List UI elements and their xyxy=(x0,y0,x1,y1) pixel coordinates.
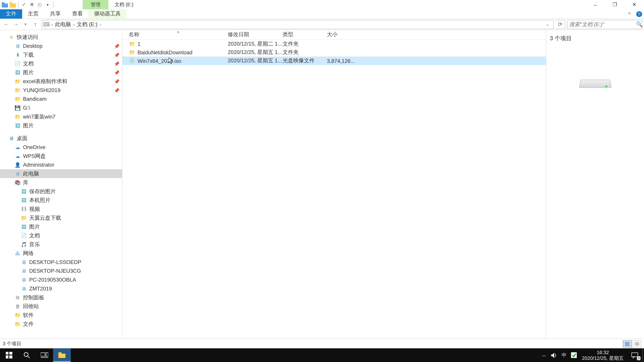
tab-share[interactable]: 共享 xyxy=(44,9,66,18)
tree-item[interactable]: 🖥此电脑 xyxy=(0,169,122,178)
tree-item[interactable]: 🖥PC-20190530OBLA xyxy=(0,275,122,284)
tree-item[interactable]: 🖥DESKTOP-NJEU3CG xyxy=(0,267,122,275)
nav-tree[interactable]: ★快速访问🖥Desktop📌⬇下载📌📄文档📌🖼图片📌📁excel表格制作求和📌📁… xyxy=(0,30,122,339)
tree-item[interactable]: 📁YUNQISHI2019📌 xyxy=(0,86,122,95)
tree-item[interactable]: ⚙控制面板 xyxy=(0,293,122,302)
tab-file[interactable]: 文件 xyxy=(0,9,22,18)
svg-line-21 xyxy=(28,356,30,358)
ribbon-expand-icon[interactable]: ^ xyxy=(624,9,634,18)
clock-time: 16:32 xyxy=(582,350,624,355)
tree-item[interactable]: 📁excel表格制作求和📌 xyxy=(0,77,122,86)
file-row[interactable]: 📁BaiduNetdiskDownload2020/12/25, 星期五 1..… xyxy=(122,48,546,56)
tree-item-label: 音乐 xyxy=(29,241,40,248)
column-type[interactable]: 类型 xyxy=(282,31,327,38)
tree-item[interactable]: 📄文档 xyxy=(0,231,122,240)
tree-item[interactable]: 📚库 xyxy=(0,178,122,187)
tree-item[interactable]: 📁Bandicam xyxy=(0,94,122,103)
tree-item[interactable]: ★快速访问 xyxy=(0,33,122,41)
tray-overflow-icon[interactable]: ︿ xyxy=(542,352,546,359)
up-button[interactable]: ↑ xyxy=(31,20,40,29)
minimize-button[interactable]: – xyxy=(586,0,605,9)
column-date[interactable]: 修改日期 xyxy=(228,31,282,38)
tree-item-label: Administrator xyxy=(23,162,54,168)
search-input[interactable] xyxy=(569,21,636,27)
recent-dropdown-icon[interactable]: ▾ xyxy=(21,20,30,29)
qat-props-icon[interactable]: ◴ xyxy=(36,1,44,8)
address-dropdown-icon[interactable]: ⌄ xyxy=(543,22,552,26)
breadcrumb-drive[interactable]: 文档 (E:) xyxy=(76,21,98,28)
show-desktop-button[interactable] xyxy=(642,348,644,362)
svg-rect-1 xyxy=(2,2,4,4)
tab-view[interactable]: 查看 xyxy=(66,9,88,18)
taskbar-search-button[interactable] xyxy=(18,348,35,362)
tree-item[interactable]: 📁天翼云盘下载 xyxy=(0,214,122,222)
tree-item[interactable]: ☁OneDrive xyxy=(0,143,122,152)
pin-icon: 📌 xyxy=(114,61,120,66)
tree-item[interactable]: 🖥Desktop📌 xyxy=(0,41,122,50)
tree-item[interactable]: ⬇下载📌 xyxy=(0,50,122,59)
maximize-button[interactable]: ❐ xyxy=(605,0,624,9)
tree-item[interactable]: 🗑回收站 xyxy=(0,302,122,311)
tree-item[interactable]: 📄文档📌 xyxy=(0,59,122,68)
tab-drive-tools[interactable]: 驱动器工具 xyxy=(88,9,126,18)
tree-item[interactable]: 📁win7重装win7 xyxy=(0,112,122,121)
tree-item-label: WPS网盘 xyxy=(23,152,46,160)
tree-item[interactable]: 🎵音乐 xyxy=(0,240,122,249)
qat-x-icon[interactable]: ✕ xyxy=(28,1,36,8)
column-size[interactable]: 大小 xyxy=(327,31,353,38)
search-icon[interactable]: 🔍 xyxy=(636,21,643,27)
taskbar-clock[interactable]: 16:32 2020/12/25, 星期五 xyxy=(578,350,627,361)
tree-item[interactable]: ☁WPS网盘 xyxy=(0,152,122,161)
help-icon[interactable]: ? xyxy=(634,9,644,18)
file-rows[interactable]: 📁12020/12/15, 星期二 1...文件夹📁BaiduNetdiskDo… xyxy=(122,40,546,339)
file-type: 光盘映像文件 xyxy=(282,57,327,64)
view-details-button[interactable] xyxy=(623,340,632,347)
tree-item[interactable]: 💾G:\ xyxy=(0,103,122,112)
taskbar-explorer-button[interactable] xyxy=(53,348,70,362)
close-button[interactable]: ✕ xyxy=(624,0,644,9)
tree-item[interactable]: 🖼图片📌 xyxy=(0,68,122,77)
notification-count-badge: 3 xyxy=(637,356,640,360)
tree-item[interactable]: 🖧网络 xyxy=(0,249,122,258)
tree-item[interactable]: 🖥桌面 xyxy=(0,134,122,143)
tree-item[interactable]: 🖼保存的图片 xyxy=(0,187,122,196)
tree-item[interactable]: 👤Administrator xyxy=(0,160,122,169)
tree-item[interactable]: 🖼图片 xyxy=(0,121,122,130)
qat-folder-icon[interactable] xyxy=(9,1,17,8)
tree-item[interactable]: 📁软件 xyxy=(0,311,122,320)
security-icon[interactable] xyxy=(571,352,576,358)
svg-rect-19 xyxy=(9,355,12,358)
qat-dropdown-icon[interactable]: ▾ xyxy=(44,1,52,8)
file-row[interactable]: 💿Win7x64_2020.iso2020/12/25, 星期五 1...光盘映… xyxy=(122,57,546,65)
tree-item[interactable]: 📁文件 xyxy=(0,320,122,329)
address-bar[interactable]: › 此电脑 › 文档 (E:) › ⌄ xyxy=(42,19,554,29)
breadcrumb-this-pc[interactable]: 此电脑 xyxy=(54,21,72,28)
svg-text:?: ? xyxy=(638,12,640,17)
qat-check-icon[interactable]: ✓ xyxy=(20,1,28,8)
tree-item-label: 图片 xyxy=(23,122,34,129)
file-date: 2020/12/15, 星期二 1... xyxy=(228,40,282,48)
tree-item[interactable]: 🖥DESKTOP-LSSOEDP xyxy=(0,258,122,267)
chevron-right-icon[interactable]: › xyxy=(72,22,76,27)
chevron-right-icon[interactable]: › xyxy=(50,22,54,27)
tree-item[interactable]: 🖥ZMT2019 xyxy=(0,284,122,293)
svg-rect-16 xyxy=(6,352,8,355)
column-name[interactable]: 名称 xyxy=(129,31,228,38)
search-box[interactable]: 🔍 xyxy=(567,19,642,29)
ime-indicator[interactable]: 中 xyxy=(562,352,566,359)
tree-item-label: 回收站 xyxy=(23,303,39,310)
action-center-button[interactable]: 3 xyxy=(627,348,642,362)
tab-home[interactable]: 主页 xyxy=(22,9,44,18)
task-view-button[interactable] xyxy=(36,348,53,362)
start-button[interactable] xyxy=(0,348,18,362)
tree-item[interactable]: 🖼本机照片 xyxy=(0,196,122,205)
system-tray: ︿ 中 xyxy=(542,352,578,359)
view-large-button[interactable] xyxy=(632,340,641,347)
back-button[interactable]: ← xyxy=(2,20,11,29)
refresh-button[interactable]: ⟳ xyxy=(556,19,565,29)
tree-item[interactable]: 🖼图片 xyxy=(0,222,122,231)
volume-icon[interactable] xyxy=(551,353,557,358)
tree-item[interactable]: 🎞视频 xyxy=(0,205,122,214)
file-row[interactable]: 📁12020/12/15, 星期二 1...文件夹 xyxy=(122,40,546,48)
chevron-right-icon[interactable]: › xyxy=(98,22,102,27)
